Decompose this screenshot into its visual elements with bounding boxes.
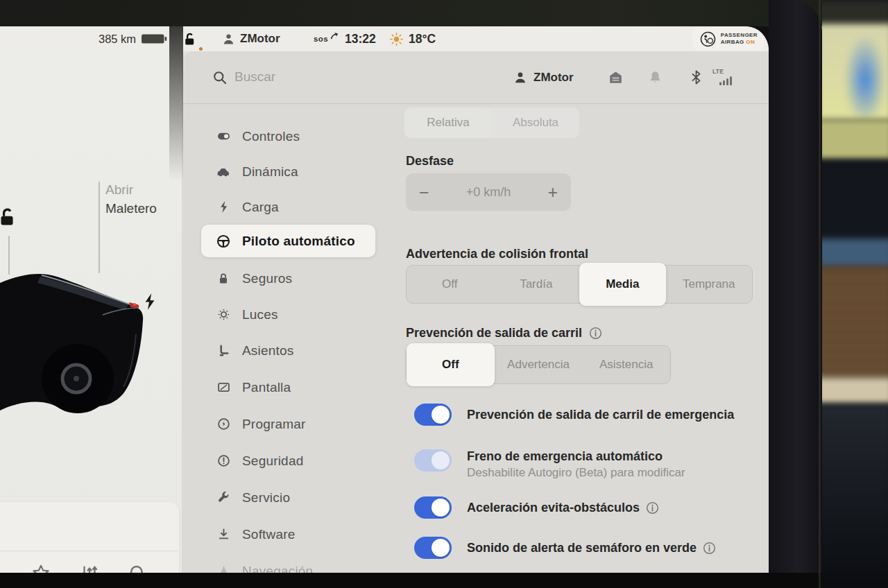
increment-button[interactable]: + — [547, 184, 558, 201]
toggle-row: Aceleración evita-obstáculos — [414, 496, 659, 519]
toggle-label: Sonido de alerta de semáforo en verde — [467, 537, 716, 559]
sidebar-item-label: Controles — [242, 129, 300, 144]
screen-reflection-shadow — [169, 25, 183, 181]
emergency-lane-departure-toggle[interactable] — [414, 404, 452, 426]
sun-icon — [389, 32, 404, 46]
sidebar-item-label: Luces — [242, 307, 278, 322]
airbag-icon — [699, 31, 717, 48]
battery-range: 385 km — [99, 26, 167, 51]
bell-icon[interactable] — [648, 70, 663, 85]
download-icon — [216, 528, 230, 542]
sidebar-item-software[interactable]: Software — [201, 518, 375, 551]
trunk-target-text: Maletero — [105, 199, 157, 218]
sidebar-item-pantalla[interactable]: Pantalla — [201, 371, 375, 404]
sidebar-item-seguridad[interactable]: Seguridad — [201, 444, 375, 477]
person-icon — [513, 71, 527, 85]
fcw-option-media[interactable]: Media — [579, 263, 666, 306]
toggle-row: Sonido de alerta de semáforo en verde — [414, 537, 716, 559]
offset-stepper: − +0 km/h + — [406, 173, 571, 211]
car-rear-view — [0, 268, 156, 419]
passenger-airbag-indicator: PASSENGER AIRBAG ON — [692, 27, 765, 51]
bluetooth-icon[interactable] — [689, 69, 703, 85]
sidebar-item-label: Carga — [242, 200, 279, 215]
trunk-leader-line — [99, 182, 100, 273]
sidebar-item-controles[interactable]: Controles — [201, 120, 375, 153]
obstacle-aware-acceleration-toggle[interactable] — [414, 496, 452, 519]
map-marker-dot — [199, 47, 203, 51]
car-status-pane: Abrir Maletero — [0, 51, 182, 574]
lane-departure-label: Prevención de salida de carril — [406, 326, 582, 340]
screen-bezel-right — [769, 0, 822, 588]
open-trunk-button[interactable]: Abrir Maletero — [105, 180, 157, 218]
ldp-option-off[interactable]: Off — [407, 343, 495, 386]
sidebar-item-label: Software — [242, 527, 296, 542]
lock-icon — [216, 272, 230, 286]
decrement-button[interactable]: − — [419, 184, 429, 201]
dashboard-photo: 385 km ZMotor sos 13:22 — [0, 0, 888, 588]
alert-icon — [216, 454, 230, 468]
search-icon[interactable] — [212, 70, 228, 85]
airbag-label: PASSENGER AIRBAG ON — [721, 32, 758, 46]
sidebar-item-seguros[interactable]: Seguros — [201, 262, 375, 295]
info-icon[interactable] — [589, 327, 602, 340]
sidebar-item-navegacion[interactable]: Navegación — [201, 555, 375, 574]
info-icon[interactable] — [646, 501, 659, 514]
sos-text: sos — [314, 35, 328, 43]
steering-wheel-icon — [216, 234, 230, 248]
fcw-segmented-control: Off Tardía Media Temprana — [406, 265, 753, 304]
quick-actions-card — [0, 502, 179, 574]
sidebar-item-label: Piloto automático — [242, 234, 355, 249]
automatic-emergency-braking-toggle — [414, 449, 452, 472]
profile-menu[interactable]: ZMotor — [513, 51, 574, 103]
profile-name: ZMotor — [533, 71, 574, 85]
screen-edge-highlight — [819, 0, 821, 588]
toggle-sublabel: Deshabilite Autogiro (Beta) para modific… — [467, 466, 685, 480]
car-interior-background — [821, 0, 888, 588]
car-icon — [216, 165, 230, 179]
toggle-label: Aceleración evita-obstáculos — [467, 496, 659, 519]
charge-port-bolt-icon[interactable] — [142, 293, 157, 311]
fcw-option-tardia[interactable]: Tardía — [493, 266, 580, 303]
green-light-chime-toggle[interactable] — [414, 537, 452, 559]
toggle-row: Prevención de salida de carril de emerge… — [414, 404, 734, 426]
fcw-label: Advertencia de colisión frontal — [406, 247, 588, 261]
unlock-icon[interactable] — [0, 207, 17, 227]
tesla-touchscreen: 385 km ZMotor sos 13:22 — [0, 26, 769, 574]
sidebar-item-luces[interactable]: Luces — [201, 298, 375, 331]
sidebar-item-carga[interactable]: Carga — [201, 191, 375, 223]
garage-icon[interactable] — [608, 69, 624, 85]
tab-relativa[interactable]: Relativa — [404, 107, 492, 138]
toggle-label: Freno de emergencia automático — [467, 445, 685, 467]
search-input[interactable]: Buscar — [234, 69, 275, 85]
status-bar: 385 km ZMotor sos 13:22 — [0, 26, 769, 51]
lane-departure-segmented-control: Off Advertencia Asistencia — [406, 345, 671, 384]
clock: 13:22 — [345, 26, 376, 51]
unlock-icon[interactable] — [182, 26, 196, 51]
airbag-state: ON — [746, 39, 755, 45]
wrench-icon — [216, 491, 230, 505]
lane-departure-label-row: Prevención de salida de carril — [406, 326, 602, 340]
light-icon — [216, 308, 230, 322]
fcw-option-temprana[interactable]: Temprana — [666, 266, 753, 303]
sos-arrow-icon — [330, 32, 339, 40]
sidebar-item-label: Dinámica — [242, 164, 298, 180]
sidebar-item-programar[interactable]: Programar — [201, 408, 375, 440]
sidebar-item-label: Seguros — [242, 271, 292, 286]
sidebar-item-label: Pantalla — [242, 380, 291, 395]
screen-bezel-top — [0, 0, 822, 26]
fcw-option-off[interactable]: Off — [407, 266, 493, 303]
sidebar-item-servicio[interactable]: Servicio — [201, 481, 375, 514]
sidebar-item-piloto-automatico[interactable]: Piloto automático — [201, 225, 375, 257]
ldp-option-asistencia[interactable]: Asistencia — [582, 346, 670, 383]
info-icon[interactable] — [703, 542, 716, 555]
sidebar-item-asientos[interactable]: Asientos — [201, 334, 375, 367]
battery-icon — [141, 33, 167, 44]
driver-profile-status[interactable]: ZMotor — [222, 26, 280, 51]
person-icon — [222, 33, 235, 46]
ldp-option-advertencia[interactable]: Advertencia — [495, 346, 583, 383]
sos-indicator[interactable]: sos — [314, 26, 339, 51]
tab-absoluta[interactable]: Absoluta — [492, 107, 579, 138]
seat-icon — [216, 344, 230, 358]
sidebar-item-dinamica[interactable]: Dinámica — [201, 155, 375, 188]
trunk-action-text: Abrir — [105, 180, 157, 199]
